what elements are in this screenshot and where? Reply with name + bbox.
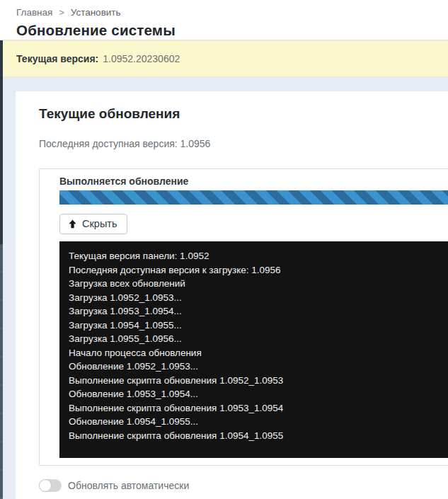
page-title: Обновление системы [16, 22, 448, 39]
current-version-alert: Текущая версия: 1.0952.20230602 [3, 40, 448, 77]
update-progress-bar [59, 190, 448, 205]
update-status-label: Выполняется обновление [59, 176, 448, 187]
hide-log-button-label: Скрыть [82, 218, 117, 229]
auto-update-toggle[interactable] [39, 479, 62, 492]
updates-card: Текущие обновления Последняя доступная в… [16, 91, 448, 499]
auto-update-label: Обновлять автоматически [68, 480, 189, 491]
hide-log-button[interactable]: Скрыть [59, 214, 127, 234]
breadcrumb: Главная > Установить [16, 7, 448, 18]
latest-version-text: Последняя доступная версия: 1.0956 [39, 138, 448, 149]
card-title: Текущие обновления [39, 106, 448, 122]
page-header: Главная > Установить Обновление системы [0, 0, 448, 40]
update-log-console: Текущая версия панели: 1.0952 Последняя … [59, 241, 448, 458]
breadcrumb-separator: > [59, 8, 64, 18]
sidebar-edge [0, 40, 3, 499]
breadcrumb-current[interactable]: Установить [71, 7, 121, 18]
background-gap [0, 77, 448, 91]
breadcrumb-home-link[interactable]: Главная [16, 7, 52, 18]
auto-update-row: Обновлять автоматически [39, 479, 448, 492]
update-progress-panel: Выполняется обновление Скрыть Текущая ве… [39, 168, 448, 466]
sidebar-edge-items-segment [0, 244, 3, 499]
toggle-knob [39, 479, 52, 492]
current-version-value: 1.0952.20230602 [103, 53, 180, 64]
sidebar-edge-dark-segment [0, 40, 3, 244]
arrow-up-icon [68, 219, 77, 229]
current-version-label: Текущая версия: [16, 53, 98, 64]
